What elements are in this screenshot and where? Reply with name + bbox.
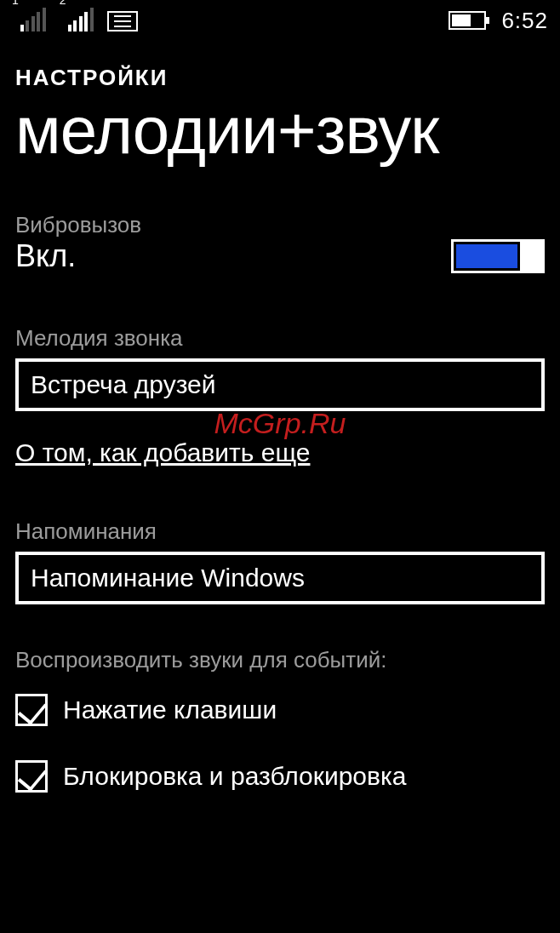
- status-left: 1 2: [12, 9, 138, 31]
- ringtone-select[interactable]: Встреча друзей: [15, 358, 545, 411]
- vibrate-value: Вкл.: [15, 238, 76, 274]
- signal-icon: [20, 9, 46, 31]
- reminder-value: Напоминание Windows: [31, 564, 305, 592]
- section-header: НАСТРОЙКИ: [0, 41, 560, 91]
- vibrate-label: Вибровызов: [15, 212, 545, 238]
- clock: 6:52: [501, 8, 548, 34]
- play-sounds-label: Воспроизводить звуки для событий:: [15, 647, 545, 673]
- keypress-check-label: Нажатие клавиши: [63, 695, 277, 724]
- reminder-label: Напоминания: [15, 518, 545, 545]
- ringtone-label: Мелодия звонка: [15, 325, 545, 352]
- lock-check-row[interactable]: Блокировка и разблокировка: [15, 760, 545, 793]
- sim1-label: 1: [12, 0, 19, 6]
- keypress-check-row[interactable]: Нажатие клавиши: [15, 694, 545, 726]
- ringtone-value: Встреча друзей: [31, 370, 216, 398]
- signal-icon: [68, 9, 94, 31]
- indicator-icon: [107, 11, 138, 31]
- status-bar: 1 2 6:52: [0, 0, 560, 41]
- checkbox-icon[interactable]: [15, 694, 48, 726]
- checkbox-icon[interactable]: [15, 760, 48, 793]
- battery-icon: [449, 11, 486, 30]
- sim2-label: 2: [60, 0, 66, 6]
- add-more-link[interactable]: О том, как добавить еще: [15, 438, 310, 467]
- reminder-select[interactable]: Напоминание Windows: [15, 552, 545, 604]
- page-title: мелодии+звук: [0, 91, 560, 166]
- sim1-signal: 1: [12, 9, 46, 31]
- status-right: 6:52: [449, 8, 548, 34]
- lock-check-label: Блокировка и разблокировка: [63, 762, 406, 791]
- sim2-signal: 2: [60, 9, 94, 31]
- vibrate-toggle[interactable]: [451, 239, 545, 273]
